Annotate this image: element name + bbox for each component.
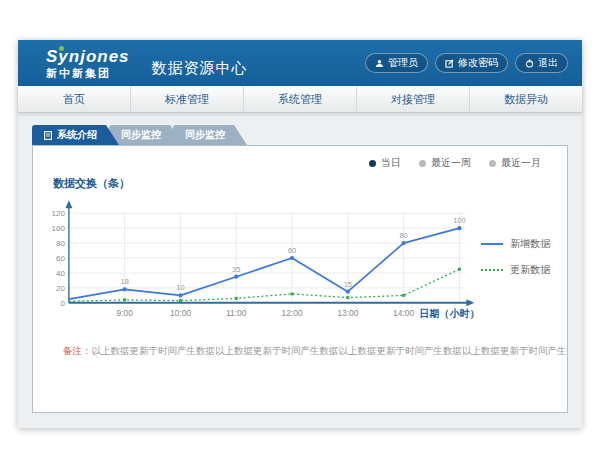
- svg-text:14:00: 14:00: [393, 308, 414, 318]
- svg-text:60: 60: [56, 254, 65, 263]
- nav-item-system-mgmt[interactable]: 系统管理: [243, 86, 356, 112]
- document-icon: [44, 131, 52, 140]
- svg-text:100: 100: [453, 216, 465, 225]
- svg-text:9:00: 9:00: [116, 308, 133, 318]
- radio-selected-icon: [369, 160, 376, 167]
- svg-text:10:00: 10:00: [170, 308, 191, 318]
- main-nav: 首页 标准管理 系统管理 对接管理 数据异动: [18, 86, 582, 113]
- svg-text:120: 120: [52, 209, 66, 218]
- filter-today-label: 当日: [381, 156, 401, 170]
- logout-button[interactable]: 退出: [515, 53, 568, 73]
- filter-last-month[interactable]: 最近一月: [489, 156, 541, 170]
- svg-text:100: 100: [52, 224, 66, 233]
- logout-label: 退出: [538, 56, 558, 70]
- svg-text:40: 40: [56, 269, 65, 278]
- line-chart: 0204060801001209:0010:0011:0012:0013:001…: [37, 193, 481, 339]
- nav-item-data-change[interactable]: 数据异动: [469, 86, 582, 112]
- time-filter-group: 当日 最近一周 最近一月: [369, 156, 541, 170]
- chart-panel: 当日 最近一周 最近一月 数据交换（条） 0204060801001209:00…: [32, 145, 568, 413]
- y-axis-title: 数据交换（条）: [53, 176, 567, 191]
- tab-system-intro-label: 系统介绍: [57, 128, 97, 142]
- legend-new-data-label: 新增数据: [510, 237, 550, 251]
- svg-text:0: 0: [60, 299, 65, 308]
- legend-updated-data-label: 更新数据: [510, 263, 550, 277]
- tab-sync-monitor-2-label: 同步监控: [185, 128, 225, 142]
- filter-today[interactable]: 当日: [369, 156, 401, 170]
- svg-text:11:00: 11:00: [226, 308, 247, 318]
- logo-text-en: Synjones: [46, 48, 130, 65]
- svg-text:10: 10: [176, 283, 184, 292]
- change-password-button[interactable]: 修改密码: [435, 53, 508, 73]
- svg-text:20: 20: [56, 284, 65, 293]
- dotted-line-swatch-icon: [481, 269, 503, 271]
- logo: Synjones 新中新集团: [46, 48, 130, 79]
- svg-text:80: 80: [399, 231, 407, 240]
- svg-text:60: 60: [288, 246, 296, 255]
- svg-text:35: 35: [232, 265, 240, 274]
- chart-legend: 新增数据 更新数据: [481, 193, 567, 339]
- svg-text:12:00: 12:00: [281, 308, 302, 318]
- svg-text:18: 18: [121, 277, 129, 286]
- power-icon: [525, 59, 534, 68]
- header: Synjones 新中新集团 数据资源中心 管理员 修改密码: [18, 40, 582, 86]
- legend-updated-data[interactable]: 更新数据: [481, 263, 567, 277]
- radio-icon: [489, 160, 496, 167]
- nav-item-home[interactable]: 首页: [18, 86, 130, 112]
- page-background: Synjones 新中新集团 数据资源中心 管理员 修改密码: [0, 0, 600, 450]
- edit-icon: [445, 59, 454, 68]
- filter-last-month-label: 最近一月: [501, 156, 541, 170]
- chart-row: 0204060801001209:0010:0011:0012:0013:001…: [33, 193, 567, 339]
- app-window: Synjones 新中新集团 数据资源中心 管理员 修改密码: [18, 40, 582, 428]
- logo-leaf-icon: [59, 46, 64, 51]
- legend-new-data[interactable]: 新增数据: [481, 237, 567, 251]
- tabs-row: 系统介绍 同步监控 同步监控: [32, 125, 568, 145]
- footnote: 备注：以上数据更新于时间产生数据以上数据更新于时间产生数据以上数据更新于时间产生…: [63, 345, 567, 358]
- change-password-label: 修改密码: [458, 56, 498, 70]
- svg-text:15: 15: [344, 280, 352, 289]
- tab-system-intro[interactable]: 系统介绍: [32, 125, 119, 145]
- filter-last-week[interactable]: 最近一周: [419, 156, 471, 170]
- svg-text:日期（小时）: 日期（小时）: [420, 308, 480, 319]
- svg-text:13:00: 13:00: [337, 308, 358, 318]
- tab-sync-monitor-1-label: 同步监控: [121, 128, 161, 142]
- tab-sync-monitor-1[interactable]: 同步监控: [109, 125, 183, 145]
- radio-icon: [419, 160, 426, 167]
- admin-button[interactable]: 管理员: [365, 53, 428, 73]
- user-icon: [375, 59, 384, 68]
- footnote-prefix: 备注：: [63, 345, 92, 356]
- footnote-text: 以上数据更新于时间产生数据以上数据更新于时间产生数据以上数据更新于时间产生数据以…: [92, 345, 568, 356]
- tab-sync-monitor-2[interactable]: 同步监控: [173, 125, 247, 145]
- svg-text:80: 80: [56, 239, 65, 248]
- nav-item-interface-mgmt[interactable]: 对接管理: [356, 86, 469, 112]
- content-area: 系统介绍 同步监控 同步监控 当日 最近一周: [18, 113, 582, 413]
- logo-text-cn: 新中新集团: [46, 68, 130, 79]
- app-title: 数据资源中心: [152, 59, 248, 78]
- nav-item-standard-mgmt[interactable]: 标准管理: [130, 86, 243, 112]
- user-actions: 管理员 修改密码 退出: [365, 53, 568, 73]
- filter-last-week-label: 最近一周: [431, 156, 471, 170]
- solid-line-swatch-icon: [481, 243, 503, 245]
- admin-label: 管理员: [388, 56, 418, 70]
